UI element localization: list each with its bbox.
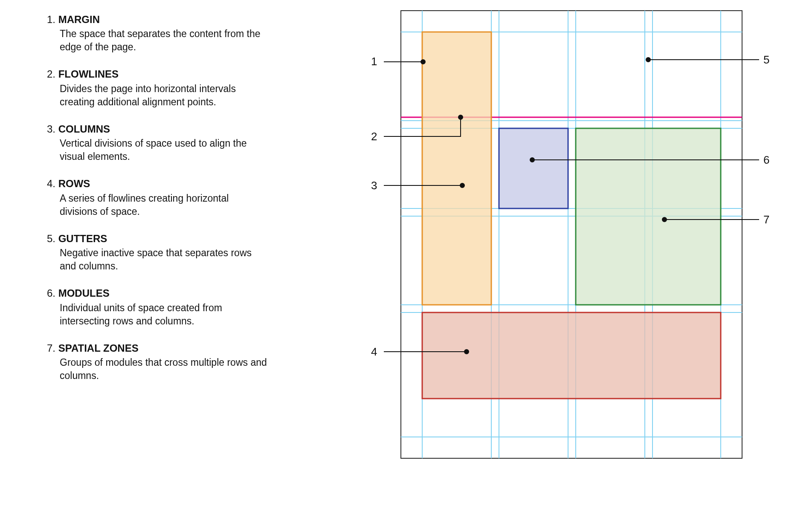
definition-item: 4. ROWS A series of flowlines creating h… [47,177,269,218]
definition-term: SPATIAL ZONES [58,342,139,354]
spatial-zone-highlight [576,128,721,305]
definition-term: ROWS [58,178,90,189]
callout-label-6: 6 [763,153,769,167]
definition-item: 7. SPATIAL ZONES Groups of modules that … [47,341,269,382]
svg-point-17 [421,60,425,64]
definitions-list: 1. MARGIN The space that separates the c… [47,13,269,396]
definition-item: 5. GUTTERS Negative inactive space that … [47,232,269,273]
definition-body: The space that separates the content fro… [47,27,269,54]
column-highlight [422,32,491,305]
definition-term: GUTTERS [58,233,107,244]
definition-number: 2. [47,68,55,80]
svg-point-18 [458,115,463,119]
svg-point-24 [646,58,650,62]
row-highlight [422,312,721,399]
callout-label-2: 2 [371,130,377,143]
callout-label-1: 1 [371,55,377,68]
callout-label-5: 5 [763,53,769,67]
grid-svg [375,11,768,458]
definition-number: 3. [47,123,55,135]
definition-term: MODULES [58,287,110,299]
svg-point-20 [460,183,464,188]
grid-diagram: 1 2 3 4 5 6 7 [375,11,768,458]
svg-point-22 [464,350,469,354]
definition-number: 4. [47,178,55,189]
definition-item: 6. MODULES Individual units of space cre… [47,286,269,327]
page: 1. MARGIN The space that separates the c… [0,0,812,509]
callout-label-4: 4 [371,345,377,359]
definition-term: FLOWLINES [58,68,119,80]
svg-point-28 [662,217,667,222]
definition-item: 3. COLUMNS Vertical divisions of space u… [47,122,269,163]
definition-body: Negative inactive space that separates r… [47,246,269,273]
definition-body: Groups of modules that cross multiple ro… [47,356,269,382]
definition-number: 1. [47,14,55,25]
definition-number: 6. [47,287,55,299]
definition-term: COLUMNS [58,123,110,135]
definition-item: 1. MARGIN The space that separates the c… [47,13,269,54]
definition-body: Divides the page into horizontal interva… [47,82,269,109]
callout-label-7: 7 [763,213,769,226]
definition-term: MARGIN [58,14,100,25]
definition-body: Individual units of space created from i… [47,301,269,328]
definition-item: 2. FLOWLINES Divides the page into horiz… [47,67,269,108]
definition-number: 5. [47,233,55,244]
module-highlight [499,128,568,208]
definition-body: Vertical divisions of space used to alig… [47,137,269,163]
svg-point-26 [530,158,534,162]
callout-label-3: 3 [371,179,377,192]
definition-body: A series of flowlines creating horizonta… [47,192,269,218]
definition-number: 7. [47,342,55,354]
